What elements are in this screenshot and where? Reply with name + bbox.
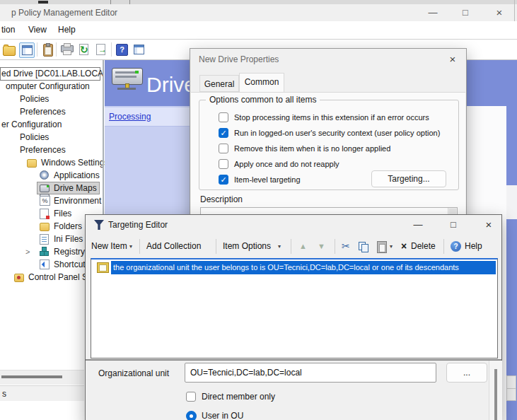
panel-scrollbar[interactable] (489, 361, 502, 420)
delete-x-icon[interactable]: × (401, 235, 407, 258)
tree-scrollbar-thumb[interactable] (1, 375, 62, 378)
tab-common[interactable]: Common (239, 73, 284, 92)
maximize-button[interactable]: □ (443, 215, 464, 235)
paste-icon[interactable] (377, 241, 387, 253)
new-drive-properties-dialog: New Drive Properties × General Common Op… (190, 48, 467, 240)
shortcuts-icon (40, 259, 50, 269)
organizational-unit-label: Organizational unit (98, 368, 169, 379)
toolbar-separator (139, 239, 140, 254)
pane-scroll-column[interactable] (506, 106, 517, 420)
new-item-button[interactable]: New Item (91, 235, 127, 258)
registry-icon (40, 247, 49, 256)
delete-button[interactable]: Delete (411, 235, 436, 258)
help-icon[interactable]: ? (115, 42, 129, 57)
targeting-editor-dialog: Targeting Editor — □ × New Item ▾ Add Co… (85, 214, 502, 420)
export-list-icon[interactable]: → (94, 42, 108, 57)
tree-item-preferences[interactable]: Preferences (0, 105, 103, 118)
folder-icon (27, 158, 37, 167)
printer-icon[interactable] (59, 42, 74, 57)
console-window-icon[interactable] (19, 42, 35, 58)
tree-item-root[interactable]: ed Drive [DC01.LAB.LOCA (0, 67, 103, 80)
close-button[interactable]: × (489, 4, 510, 21)
toolbar-separator (335, 239, 335, 254)
toolbar-separator (443, 239, 444, 254)
toolbar-separator (37, 42, 37, 57)
move-up-icon[interactable]: ▲ (299, 235, 307, 258)
organizational-unit-input[interactable] (185, 363, 436, 383)
toolbar-separator (291, 239, 291, 254)
tab-general[interactable]: General (199, 75, 239, 92)
menu-bar: tion View Help (0, 21, 517, 40)
menu-action[interactable]: tion (1, 21, 15, 38)
processing-link[interactable]: Processing (109, 107, 151, 126)
radio-selected-icon[interactable] (186, 411, 197, 420)
tree-item-windows-settings[interactable]: Windows Settings (0, 156, 103, 169)
toolbar-separator (56, 42, 57, 57)
status-bar: s (0, 385, 84, 401)
chevron-down-icon[interactable]: ▾ (278, 235, 281, 258)
item-options-button[interactable]: Item Options (223, 235, 271, 258)
maximize-button[interactable]: □ (455, 4, 475, 21)
move-down-icon[interactable]: ▼ (318, 235, 325, 258)
menu-help[interactable]: Help (58, 21, 76, 38)
cut-icon[interactable]: ✂ (342, 235, 350, 258)
window-titlebar: p Policy Management Editor — □ × (0, 4, 517, 21)
window-list-icon[interactable] (132, 42, 146, 57)
open-icon[interactable] (3, 42, 17, 57)
targeting-item-row[interactable]: the organizational unit the user belongs… (91, 261, 497, 274)
checkbox-icon[interactable] (219, 112, 228, 122)
targeting-item-icon (97, 262, 109, 273)
tree-item-computer-configuration[interactable]: omputer Configuration (0, 80, 103, 93)
menu-view[interactable]: View (28, 21, 47, 38)
pane-scroll-track (506, 185, 517, 219)
tree-item-preferences[interactable]: Preferences (0, 144, 103, 156)
tree-item-environment[interactable]: % Environment (0, 194, 103, 207)
checkbox-icon[interactable] (186, 392, 196, 402)
direct-member-only-checkbox[interactable]: Direct member only (186, 392, 398, 403)
control-panel-icon (14, 272, 24, 281)
tree-item-user-configuration[interactable]: er Configuration (0, 118, 103, 131)
targeting-item-properties-panel: Organizational unit ... Direct member on… (86, 361, 501, 420)
checkbox-icon[interactable] (219, 144, 228, 153)
background-window-mark (38, 1, 48, 4)
checkbox-checked-icon[interactable]: ✓ (219, 128, 228, 138)
folders-icon (40, 221, 50, 231)
environment-icon: % (40, 196, 50, 206)
checkbox-icon[interactable] (219, 159, 228, 169)
targeting-button[interactable]: Targeting... (371, 170, 446, 187)
window-title: p Policy Management Editor (11, 4, 117, 21)
tree-item-drive-maps[interactable]: Drive Maps (0, 182, 103, 194)
applications-icon (40, 170, 50, 180)
expand-chevron-icon[interactable]: > (25, 245, 30, 258)
toolbar-separator (111, 42, 112, 57)
files-icon (40, 209, 49, 219)
close-icon[interactable]: × (442, 49, 463, 70)
dialog-title: New Drive Properties (199, 49, 279, 70)
copy-icon[interactable] (359, 242, 368, 252)
drive-maps-icon (40, 183, 50, 192)
pane-scroll-buttons[interactable] (506, 375, 516, 401)
targeting-items-list[interactable]: the organizational unit the user belongs… (91, 258, 498, 358)
ini-files-icon (40, 234, 49, 245)
scrollbar-thumb[interactable] (494, 369, 497, 420)
paste-chevron-icon[interactable]: ▾ (390, 235, 393, 258)
clipboard-icon[interactable] (40, 42, 54, 57)
targeting-toolbar: New Item ▾ Add Collection Item Options ▾… (86, 235, 501, 258)
tree-item-applications[interactable]: Applications (0, 169, 103, 182)
close-button[interactable]: × (478, 215, 499, 235)
browse-button[interactable]: ... (446, 363, 487, 383)
tree-item-policies[interactable]: Policies (0, 93, 103, 105)
description-label: Description (200, 194, 243, 204)
targeting-item-text: the organizational unit the user belongs… (111, 261, 496, 274)
minimize-button[interactable]: — (407, 215, 429, 235)
help-icon[interactable]: ? (451, 241, 461, 252)
user-in-ou-radio[interactable]: User in OU (186, 411, 398, 420)
checkbox-checked-icon[interactable]: ✓ (219, 175, 228, 185)
refresh-icon[interactable]: ↻ (77, 42, 91, 57)
help-button[interactable]: Help (465, 235, 482, 258)
chevron-down-icon[interactable]: ▾ (129, 235, 132, 258)
add-collection-button[interactable]: Add Collection (146, 235, 201, 258)
tree-item-policies[interactable]: Policies (0, 131, 103, 144)
minimize-button[interactable]: — (423, 4, 443, 21)
drive-maps-banner-icon (112, 68, 143, 89)
